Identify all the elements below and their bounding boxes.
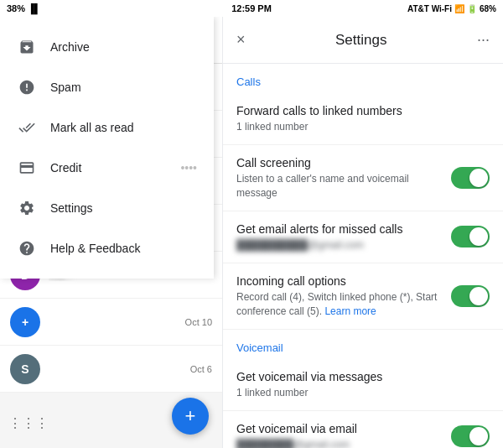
spam-icon bbox=[17, 77, 37, 97]
incoming-call-text: Incoming call options Record call (4), S… bbox=[236, 273, 451, 319]
signal-bars: ▐▌ bbox=[28, 3, 41, 13]
incoming-call-title: Incoming call options bbox=[236, 273, 441, 289]
learn-more-link[interactable]: Learn more bbox=[324, 305, 376, 317]
toggle-track bbox=[451, 285, 490, 307]
mark-all-read-label: Mark all as read bbox=[50, 121, 134, 134]
call-screening-text: Call screening Listen to a caller's name… bbox=[236, 155, 451, 201]
voicemail-messages-text: Get voicemail via messages 1 linked numb… bbox=[236, 369, 490, 400]
help-icon bbox=[17, 238, 37, 258]
email-date: Oct 6 bbox=[190, 364, 212, 374]
settings-close-button[interactable]: × bbox=[236, 31, 246, 49]
email-alerts-title: Get email alerts for missed calls bbox=[236, 221, 441, 237]
call-screening-title: Call screening bbox=[236, 155, 441, 170]
incoming-call-toggle[interactable] bbox=[451, 285, 490, 307]
email-avatar: + bbox=[10, 307, 40, 337]
settings-title: Settings bbox=[259, 32, 464, 49]
menu-item-mark-all-read[interactable]: Mark all as read bbox=[0, 107, 214, 148]
settings-panel: × Settings ··· Calls Forward calls to li… bbox=[222, 17, 503, 448]
settings-header: × Settings ··· bbox=[223, 17, 503, 64]
battery-level: 68% bbox=[480, 4, 496, 13]
forward-calls-text: Forward calls to linked numbers 1 linked… bbox=[236, 103, 490, 134]
credit-count: •••• bbox=[180, 161, 197, 175]
menu-item-help[interactable]: Help & Feedback bbox=[0, 228, 214, 268]
email-alerts-subtitle: ██████████@gmail.com bbox=[236, 238, 441, 253]
email-date: Oct 10 bbox=[185, 317, 212, 327]
gmail-panel: 74 ▼ G line... Dec 1 bbox=[0, 17, 222, 448]
calls-section-title: Calls bbox=[223, 64, 503, 93]
credit-icon bbox=[17, 158, 37, 178]
settings-row-voicemail-messages[interactable]: Get voicemail via messages 1 linked numb… bbox=[223, 359, 503, 411]
email-item[interactable]: + Oct 10 bbox=[0, 299, 222, 346]
voicemail-email-toggle[interactable] bbox=[451, 425, 490, 447]
overlay-menu: Archive Spam Mark all as read bbox=[0, 17, 214, 279]
email-alerts-toggle[interactable] bbox=[451, 226, 490, 247]
voicemail-email-text: Get voicemail via email ████████@gmail.c… bbox=[236, 421, 451, 448]
menu-item-credit[interactable]: Credit •••• bbox=[0, 148, 214, 188]
status-bar: 38% ▐▌ 12:59 PM AT&T Wi-Fi 📶 🔋 68% bbox=[0, 0, 503, 17]
toggle-thumb bbox=[469, 227, 488, 246]
call-screening-toggle[interactable] bbox=[451, 167, 490, 189]
email-item[interactable]: S Oct 6 bbox=[0, 346, 222, 393]
email-alerts-text: Get email alerts for missed calls ██████… bbox=[236, 221, 451, 253]
mark-read-icon bbox=[17, 117, 37, 138]
forward-calls-subtitle: 1 linked number bbox=[236, 120, 480, 134]
status-right: AT&T Wi-Fi 📶 🔋 68% bbox=[407, 4, 496, 13]
toggle-thumb bbox=[469, 287, 488, 305]
voicemail-section-title: Voicemail bbox=[223, 330, 503, 359]
toggle-track bbox=[451, 425, 490, 447]
battery-percent: 38% bbox=[7, 3, 25, 13]
status-time: 12:59 PM bbox=[231, 3, 272, 13]
settings-content: Calls Forward calls to linked numbers 1 … bbox=[223, 64, 503, 448]
forward-calls-title: Forward calls to linked numbers bbox=[236, 103, 480, 118]
toggle-thumb bbox=[469, 169, 488, 187]
spam-label: Spam bbox=[50, 81, 81, 94]
settings-more-button[interactable]: ··· bbox=[477, 31, 490, 49]
apps-grid-icon[interactable]: ⋮⋮⋮ bbox=[8, 415, 49, 431]
menu-item-archive[interactable]: Archive bbox=[0, 27, 214, 67]
settings-row-email-alerts[interactable]: Get email alerts for missed calls ██████… bbox=[223, 211, 503, 263]
settings-row-call-screening[interactable]: Call screening Listen to a caller's name… bbox=[223, 145, 503, 211]
email-avatar: S bbox=[10, 354, 40, 384]
voicemail-email-title: Get voicemail via email bbox=[236, 421, 441, 436]
voicemail-messages-subtitle: 1 linked number bbox=[236, 386, 480, 400]
incoming-call-subtitle: Record call (4), Switch linked phone (*)… bbox=[236, 290, 441, 319]
archive-icon bbox=[17, 37, 37, 57]
menu-item-spam[interactable]: Spam bbox=[0, 67, 214, 107]
toggle-track bbox=[451, 167, 490, 189]
settings-icon bbox=[17, 198, 37, 218]
settings-label: Settings bbox=[50, 201, 93, 215]
content-area: 74 ▼ G line... Dec 1 bbox=[0, 17, 503, 448]
carrier-label: AT&T Wi-Fi bbox=[407, 4, 452, 13]
settings-row-voicemail-email[interactable]: Get voicemail via email ████████@gmail.c… bbox=[223, 411, 503, 448]
toggle-track bbox=[451, 226, 490, 247]
settings-row-forward-calls[interactable]: Forward calls to linked numbers 1 linked… bbox=[223, 93, 503, 145]
wifi-icon: 📶 bbox=[454, 4, 464, 13]
archive-label: Archive bbox=[50, 40, 90, 54]
battery-icon: 🔋 bbox=[467, 4, 477, 13]
voicemail-messages-title: Get voicemail via messages bbox=[236, 369, 480, 384]
voicemail-email-subtitle: ████████@gmail.com bbox=[236, 438, 441, 448]
menu-item-settings[interactable]: Settings bbox=[0, 188, 214, 228]
status-left: 38% ▐▌ bbox=[7, 3, 41, 13]
settings-row-incoming-call[interactable]: Incoming call options Record call (4), S… bbox=[223, 263, 503, 330]
credit-label: Credit bbox=[50, 161, 81, 175]
compose-fab[interactable]: + bbox=[172, 398, 209, 435]
call-screening-subtitle: Listen to a caller's name and voicemail … bbox=[236, 172, 441, 201]
help-label: Help & Feedback bbox=[50, 242, 140, 255]
toggle-thumb bbox=[469, 427, 488, 445]
